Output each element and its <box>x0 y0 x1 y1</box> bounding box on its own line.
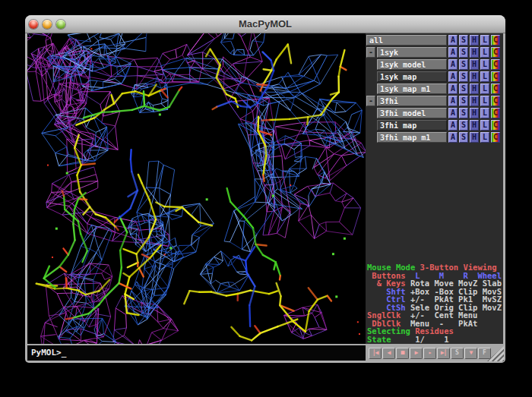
l-menu-button[interactable]: L <box>480 96 489 106</box>
movie-controls: |◀◀■▶▸▶|S▼F <box>366 345 503 361</box>
object-row: -1sykASHLC <box>366 46 503 58</box>
h-menu-button[interactable]: H <box>470 35 479 46</box>
step-back-button[interactable]: ◀ <box>382 348 395 359</box>
l-menu-button[interactable]: L <box>480 108 489 118</box>
c-menu-button[interactable]: C <box>491 108 500 118</box>
object-name-button[interactable]: 1syk_model <box>377 59 447 70</box>
prompt-label: PyMOL> <box>31 348 62 358</box>
object-name-button[interactable]: 1syk_map <box>377 71 447 82</box>
c-menu-button[interactable]: C <box>491 35 500 46</box>
a-menu-button[interactable]: A <box>448 83 458 94</box>
h-menu-button[interactable]: H <box>470 59 479 70</box>
object-row: 3fhi_modelASHLC <box>366 107 503 119</box>
object-name-button[interactable]: 1syk <box>377 47 447 58</box>
close-button[interactable] <box>29 20 38 29</box>
object-row: -3fhiASHLC <box>366 95 503 107</box>
object-row: 3fhi_map_m1ASHLC <box>366 131 503 143</box>
go-to-end-button[interactable]: ▶| <box>437 348 450 359</box>
object-name-button[interactable]: all <box>366 35 447 46</box>
l-menu-button[interactable]: L <box>480 83 489 94</box>
h-menu-button[interactable]: H <box>470 71 479 82</box>
h-menu-button[interactable]: H <box>470 83 479 94</box>
macpymol-window: MacPyMOL allASHLC-1sykASHLC1syk_modelASH… <box>25 15 505 363</box>
object-row: 1syk_mapASHLC <box>366 71 503 83</box>
electron-density-canvas[interactable] <box>27 33 366 344</box>
h-menu-button[interactable]: H <box>470 132 479 143</box>
bottom-strip: PyMOL>_ |◀◀■▶▸▶|S▼F <box>27 344 503 361</box>
a-menu-button[interactable]: A <box>448 132 458 143</box>
play-button[interactable]: ▶ <box>410 348 423 359</box>
a-menu-button[interactable]: A <box>448 35 458 46</box>
c-menu-button[interactable]: C <box>491 47 500 58</box>
c-menu-button[interactable]: C <box>491 120 500 131</box>
s-menu-button[interactable]: S <box>459 71 468 82</box>
object-list: allASHLC-1sykASHLC1syk_modelASHLC1syk_ma… <box>366 33 503 143</box>
s-menu-button[interactable]: S <box>459 120 468 131</box>
l-menu-button[interactable]: L <box>480 71 489 82</box>
l-menu-button[interactable]: L <box>480 120 489 131</box>
a-menu-button[interactable]: A <box>448 47 458 58</box>
s-menu-button[interactable]: S <box>459 108 468 118</box>
h-menu-button[interactable]: H <box>470 47 479 58</box>
object-name-button[interactable]: 3fhi <box>377 96 447 106</box>
s-menu-button[interactable]: S <box>459 132 468 143</box>
s-menu-button[interactable]: S <box>459 96 468 106</box>
h-menu-button[interactable]: H <box>470 96 479 106</box>
c-menu-button[interactable]: C <box>491 83 500 94</box>
command-line[interactable]: PyMOL>_ <box>27 345 366 361</box>
c-menu-button[interactable]: C <box>491 132 500 143</box>
a-menu-button[interactable]: A <box>448 59 458 70</box>
object-row: 3fhi_mapASHLC <box>366 119 503 131</box>
h-menu-button[interactable]: H <box>470 120 479 131</box>
stop-button[interactable]: ■ <box>396 348 409 359</box>
h-menu-button[interactable]: H <box>470 108 479 118</box>
l-menu-button[interactable]: L <box>480 35 489 46</box>
step-forward-button[interactable]: ▸ <box>423 348 436 359</box>
l-menu-button[interactable]: L <box>480 59 489 70</box>
mouse-mode-panel: Mouse Mode 3-Button Viewing Buttons L M … <box>367 263 502 343</box>
titlebar[interactable]: MacPyMOL <box>25 15 505 33</box>
object-name-button[interactable]: 3fhi_map_m1 <box>377 132 447 143</box>
object-name-button[interactable]: 1syk_map_m1 <box>377 83 447 94</box>
viewport-3d[interactable] <box>27 33 366 344</box>
s-menu-button[interactable]: S <box>459 59 468 70</box>
minimize-button[interactable] <box>43 20 52 29</box>
c-menu-button[interactable]: C <box>491 71 500 82</box>
object-row: 1syk_map_m1ASHLC <box>366 83 503 95</box>
s-menu-button[interactable]: S <box>459 47 468 58</box>
side-panel: allASHLC-1sykASHLC1syk_modelASHLC1syk_ma… <box>366 33 503 344</box>
c-menu-button[interactable]: C <box>491 96 500 106</box>
c-menu-button[interactable]: C <box>491 59 500 70</box>
mouse-mode-line: State 1/ 1 <box>367 336 502 344</box>
s-menu-button[interactable]: S <box>459 35 468 46</box>
menu-down-button[interactable]: ▼ <box>464 348 477 359</box>
go-to-start-button[interactable]: |◀ <box>369 348 382 359</box>
s-menu-button[interactable]: S <box>459 83 468 94</box>
object-row: allASHLC <box>366 34 503 46</box>
object-row: 1syk_modelASHLC <box>366 58 503 71</box>
collapse-toggle[interactable]: - <box>366 47 375 58</box>
l-menu-button[interactable]: L <box>480 132 489 143</box>
a-menu-button[interactable]: A <box>448 120 458 131</box>
scene-button[interactable]: S <box>451 348 464 359</box>
object-name-button[interactable]: 3fhi_model <box>377 108 447 118</box>
a-menu-button[interactable]: A <box>448 108 458 118</box>
a-menu-button[interactable]: A <box>448 96 458 106</box>
window-title: MacPyMOL <box>25 15 505 33</box>
a-menu-button[interactable]: A <box>448 71 458 82</box>
object-name-button[interactable]: 3fhi_map <box>377 120 447 131</box>
cursor: _ <box>62 348 67 358</box>
l-menu-button[interactable]: L <box>480 47 489 58</box>
zoom-button[interactable] <box>56 20 65 29</box>
desktop: { "window": { "title": "MacPyMOL", "traf… <box>0 0 532 397</box>
collapse-toggle[interactable]: - <box>366 96 375 106</box>
fullscreen-button[interactable]: F <box>478 348 491 359</box>
